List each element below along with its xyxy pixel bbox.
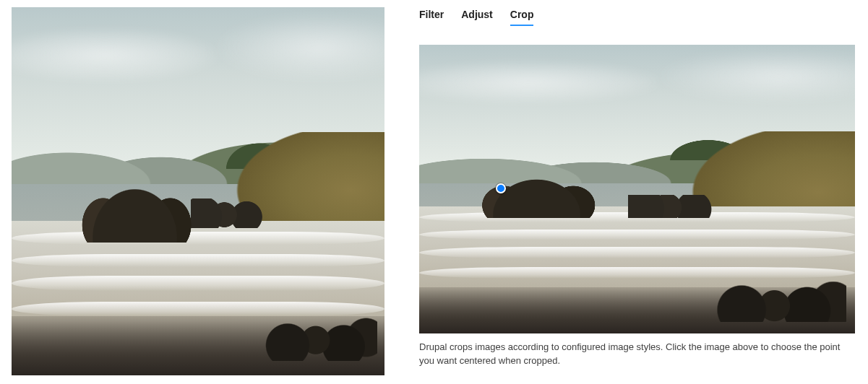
tab-adjust[interactable]: Adjust: [461, 9, 493, 26]
preview-panel: [12, 7, 384, 375]
editor-controls-panel: Filter Adjust Crop: [419, 7, 856, 375]
coastal-scene-illustration: [12, 7, 384, 375]
image-preview-cropped: [12, 7, 384, 375]
image-editor-root: Filter Adjust Crop: [0, 0, 868, 383]
crop-help-text: Drupal crops images according to configu…: [419, 341, 855, 368]
focal-point-marker[interactable]: [496, 183, 506, 193]
editor-tabs: Filter Adjust Crop: [419, 7, 856, 30]
coastal-scene-illustration: [419, 45, 855, 333]
crop-focal-point-picker[interactable]: [419, 45, 855, 333]
tab-filter[interactable]: Filter: [419, 9, 444, 26]
tab-crop[interactable]: Crop: [510, 9, 534, 26]
